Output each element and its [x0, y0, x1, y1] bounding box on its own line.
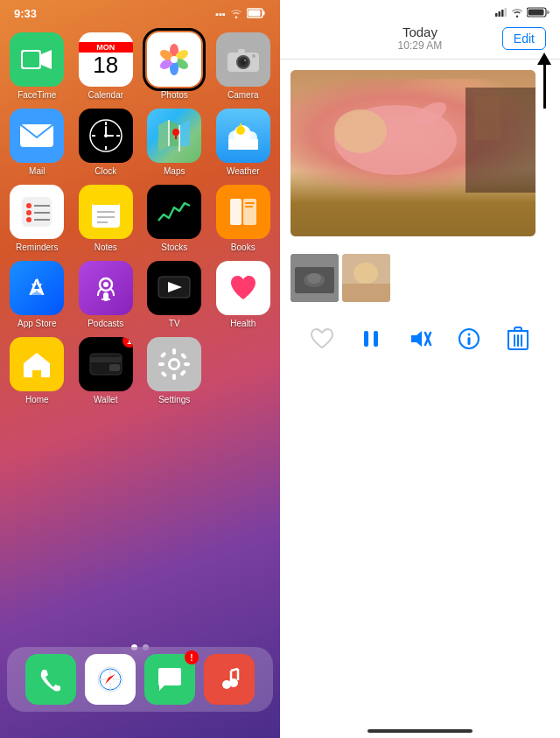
weather-label: Weather — [227, 166, 260, 176]
wifi-icon — [230, 8, 242, 20]
svg-rect-93 — [528, 10, 544, 16]
svg-rect-74 — [184, 362, 190, 366]
svg-rect-108 — [374, 331, 378, 347]
health-svg-icon — [227, 271, 260, 305]
weather-icon-bg — [216, 109, 270, 163]
bottom-thumbs — [280, 247, 560, 309]
home-label: Home — [25, 395, 49, 404]
svg-rect-2 — [263, 11, 265, 15]
app-health[interactable]: Health — [214, 261, 274, 328]
svg-rect-107 — [364, 331, 368, 347]
arrow-head — [537, 53, 551, 65]
info-button[interactable] — [453, 323, 485, 355]
svg-point-18 — [244, 60, 246, 61]
svg-rect-55 — [230, 199, 242, 225]
svg-point-20 — [252, 54, 256, 58]
app-home[interactable]: Home — [7, 337, 67, 404]
tv-label: TV — [169, 319, 180, 328]
app-photos[interactable]: Photos — [144, 32, 205, 100]
trash-icon — [508, 327, 528, 351]
music-icon — [216, 666, 242, 692]
calendar-month: MON — [79, 42, 133, 53]
mail-label: Mail — [29, 166, 45, 176]
signal-icon: ▪▪▪ — [215, 9, 226, 19]
podcasts-icon-bg — [79, 261, 133, 315]
dock-music[interactable] — [204, 654, 255, 705]
messages-icon — [156, 666, 184, 692]
right-status-bar — [280, 0, 560, 21]
svg-rect-58 — [245, 206, 253, 207]
app-podcasts[interactable]: Podcasts — [76, 261, 136, 328]
app-settings[interactable]: Settings — [144, 337, 205, 404]
clock-label: Clock — [94, 166, 116, 176]
svg-rect-57 — [245, 202, 255, 204]
stocks-svg-icon — [157, 199, 192, 225]
svg-rect-65 — [33, 370, 40, 378]
podcasts-label: Podcasts — [88, 319, 123, 328]
podcasts-svg-icon — [89, 271, 122, 305]
messages-badge: ! — [185, 650, 199, 664]
media-area — [280, 60, 560, 247]
right-status-icons — [495, 7, 550, 18]
video-content — [290, 70, 536, 236]
settings-label: Settings — [158, 395, 190, 404]
wallet-badge: 1 — [122, 337, 133, 348]
weather-svg-icon — [225, 122, 262, 150]
svg-point-41 — [236, 126, 245, 135]
svg-point-13 — [171, 56, 178, 63]
dock-messages[interactable]: ! — [144, 654, 195, 705]
svg-text:A: A — [30, 274, 46, 300]
app-camera[interactable]: Camera — [214, 32, 274, 100]
app-facetime[interactable]: FaceTime — [7, 32, 67, 100]
today-time: 10:29 AM — [398, 39, 443, 52]
app-reminders[interactable]: Reminders — [7, 185, 67, 252]
svg-point-29 — [104, 134, 108, 137]
app-stocks[interactable]: Stocks — [144, 185, 205, 252]
app-mail[interactable]: Mail — [7, 109, 67, 176]
books-svg-icon — [226, 195, 261, 228]
app-tv[interactable]: TV — [144, 261, 205, 328]
app-wallet[interactable]: 1 Wallet — [76, 337, 136, 404]
thumbnail-1[interactable] — [290, 254, 339, 302]
app-books[interactable]: Books — [214, 185, 274, 252]
mail-icon-bg — [10, 109, 64, 163]
mute-button[interactable] — [404, 323, 436, 355]
heart-icon — [310, 327, 334, 350]
settings-svg-icon — [157, 347, 192, 382]
appstore-icon-bg: A — [10, 261, 64, 315]
app-notes[interactable]: Notes — [76, 185, 136, 252]
heart-button[interactable] — [306, 323, 338, 355]
reminders-icon-bg — [10, 185, 64, 239]
app-calendar[interactable]: MON 18 Calendar — [76, 32, 136, 100]
dock-phone[interactable] — [25, 654, 76, 705]
thumbnail-2[interactable] — [342, 254, 390, 302]
facetime-label: FaceTime — [18, 90, 56, 100]
svg-rect-89 — [499, 11, 501, 17]
app-maps[interactable]: Maps — [144, 109, 205, 176]
today-text: Today 10:29 AM — [398, 25, 443, 52]
camera-icon-bg — [216, 32, 270, 87]
safari-icon — [96, 665, 124, 693]
svg-point-61 — [103, 282, 108, 287]
dock-safari[interactable] — [85, 654, 136, 705]
svg-rect-77 — [161, 370, 168, 377]
trash-button[interactable] — [502, 323, 534, 355]
tv-icon-bg — [147, 261, 201, 315]
today-header: Today 10:29 AM Edit — [280, 21, 560, 60]
camera-svg-icon — [227, 46, 260, 73]
svg-rect-88 — [495, 13, 498, 17]
home-indicator — [368, 729, 472, 733]
svg-rect-40 — [228, 139, 258, 150]
video-sim — [290, 70, 536, 236]
svg-rect-76 — [180, 353, 187, 360]
app-clock[interactable]: Clock — [76, 109, 136, 176]
wallet-svg-icon — [88, 350, 123, 378]
photos-label: Photos — [161, 90, 188, 100]
app-weather[interactable]: Weather — [214, 109, 274, 176]
pause-button[interactable] — [355, 323, 387, 355]
tv-svg-icon — [156, 273, 192, 303]
edit-button[interactable]: Edit — [502, 27, 546, 50]
books-icon-bg — [216, 185, 270, 239]
main-video[interactable] — [290, 70, 536, 236]
app-appstore[interactable]: A App Store — [7, 261, 67, 328]
